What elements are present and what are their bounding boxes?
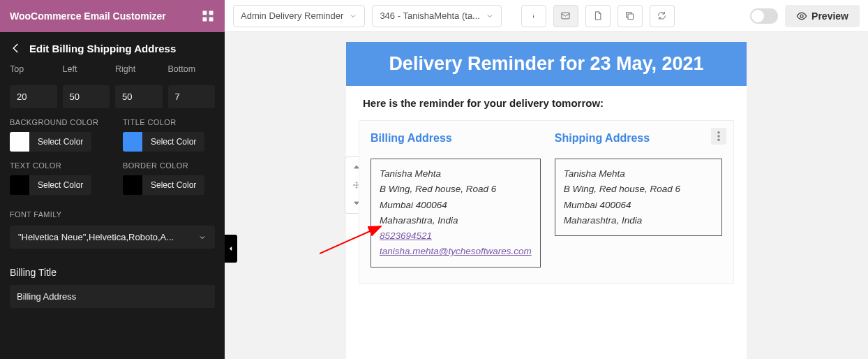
svg-line-9 [320, 226, 381, 254]
svg-rect-6 [562, 13, 569, 19]
app-title: WooCommerce Email Customizer [10, 10, 166, 22]
email-subheading: Here is the reminder for your delivery t… [346, 86, 747, 120]
chevron-left-icon [227, 245, 234, 252]
mode-toggle[interactable] [750, 8, 778, 24]
shipping-name: Tanisha Mehta [564, 166, 713, 182]
padding-left-input[interactable] [63, 85, 110, 108]
document-button[interactable] [585, 5, 611, 27]
shipping-address-box: Tanisha Mehta B Wing, Red house, Road 6 … [555, 159, 722, 236]
controls: Top Left Right Bottom BACKGROUND COLOR S… [0, 64, 225, 318]
font-family-label: FONT FAMILY [10, 210, 215, 219]
email-body[interactable]: Billing Address Tanisha Mehta B Wing, Re… [359, 120, 734, 284]
shipping-line1: B Wing, Red house, Road 6 [564, 182, 713, 197]
title-color-label: TITLE COLOR [123, 118, 215, 126]
swatch-white [10, 132, 29, 152]
grid-icon[interactable] [201, 9, 215, 23]
canvas: Delivery Reminder for 23 May, 2021 Here … [225, 32, 868, 359]
preview-label: Preview [811, 10, 848, 22]
padding-right-input[interactable] [115, 85, 163, 108]
billing-line3: Maharashtra, India [380, 213, 532, 228]
billing-address-title: Billing Address [371, 132, 541, 145]
info-button[interactable] [521, 5, 546, 27]
title-color-picker[interactable]: Select Color [123, 132, 204, 152]
billing-address-box: Tanisha Mehta B Wing, Red house, Road 6 … [371, 159, 541, 268]
label-top: Top [10, 64, 57, 74]
text-color-picker[interactable]: Select Color [10, 175, 91, 195]
chevron-down-icon [198, 233, 207, 242]
shipping-line2: Mumbai 400064 [564, 198, 713, 213]
chevron-down-icon [349, 12, 357, 20]
shipping-address-title: Shipping Address [555, 132, 722, 145]
chevron-down-icon [486, 12, 494, 20]
billing-title-label: Billing Title [10, 267, 215, 278]
copy-icon [624, 10, 635, 21]
font-family-dropdown[interactable]: "Helvetica Neue",Helvetica,Roboto,A... [10, 226, 215, 249]
svg-point-11 [717, 135, 720, 138]
topbar: Admin Delivery Reminder 346 - TanishaMeh… [225, 0, 868, 32]
border-color-label: BORDER COLOR [123, 161, 215, 170]
email-preview: Delivery Reminder for 23 May, 2021 Here … [346, 42, 747, 359]
label-bottom: Bottom [168, 64, 216, 74]
billing-name: Tanisha Mehta [380, 166, 532, 182]
title-select-color-button[interactable]: Select Color [142, 132, 204, 152]
swatch-black [10, 175, 29, 195]
swatch-blue [123, 132, 142, 152]
sidebar: WooCommerce Email Customizer Edit Billin… [0, 0, 225, 359]
padding-top-input[interactable] [10, 85, 57, 108]
document-icon [592, 10, 603, 21]
svg-rect-2 [203, 17, 207, 22]
billing-title-input[interactable] [10, 285, 215, 308]
copy-button[interactable] [618, 5, 643, 27]
sidebar-collapse-handle[interactable] [225, 235, 237, 263]
sidebar-header: WooCommerce Email Customizer [0, 0, 225, 32]
bg-color-label: BACKGROUND COLOR [10, 118, 102, 126]
main-area: Admin Delivery Reminder 346 - TanishaMeh… [225, 0, 868, 359]
mail-icon [560, 10, 571, 21]
refresh-button[interactable] [650, 5, 675, 27]
template-select-value: Admin Delivery Reminder [241, 10, 343, 21]
dots-vertical-icon [717, 131, 720, 141]
label-right: Right [115, 64, 163, 74]
svg-point-10 [717, 131, 720, 134]
bg-color-picker[interactable]: Select Color [10, 132, 91, 152]
shipping-line3: Maharashtra, India [564, 213, 713, 228]
email-header: Delivery Reminder for 23 May, 2021 [346, 42, 747, 86]
border-select-color-button[interactable]: Select Color [142, 175, 204, 195]
annotation-arrow-icon [320, 222, 389, 257]
text-select-color-button[interactable]: Select Color [29, 175, 91, 195]
text-color-label: TEXT COLOR [10, 161, 102, 170]
refresh-icon [657, 10, 667, 21]
font-family-value: "Helvetica Neue",Helvetica,Roboto,A... [18, 232, 174, 242]
svg-point-8 [800, 15, 803, 17]
panel-title: Edit Billing Shipping Address [29, 43, 176, 54]
block-options-button[interactable] [711, 128, 726, 145]
label-left: Left [63, 64, 110, 74]
bg-select-color-button[interactable]: Select Color [29, 132, 91, 152]
order-select[interactable]: 346 - TanishaMehta (ta... [372, 5, 502, 27]
billing-email-link[interactable]: tanisha.mehta@tychesoftwares.com [380, 246, 532, 256]
svg-rect-1 [209, 11, 214, 15]
svg-rect-7 [628, 14, 634, 20]
preview-button[interactable]: Preview [785, 5, 860, 27]
order-select-value: 346 - TanishaMehta (ta... [380, 10, 480, 21]
template-select[interactable]: Admin Delivery Reminder [233, 5, 365, 27]
billing-line1: B Wing, Red house, Road 6 [380, 182, 532, 197]
eye-icon [796, 10, 807, 22]
email-button[interactable] [553, 5, 578, 27]
padding-bottom-input[interactable] [168, 85, 216, 108]
svg-rect-0 [203, 11, 207, 15]
panel-title-row: Edit Billing Shipping Address [0, 32, 225, 64]
svg-rect-3 [209, 17, 214, 22]
back-arrow-icon[interactable] [10, 42, 22, 54]
swatch-black-2 [123, 175, 142, 195]
info-icon [528, 10, 539, 21]
border-color-picker[interactable]: Select Color [123, 175, 204, 195]
billing-line2: Mumbai 400064 [380, 198, 532, 213]
svg-point-12 [717, 139, 720, 142]
